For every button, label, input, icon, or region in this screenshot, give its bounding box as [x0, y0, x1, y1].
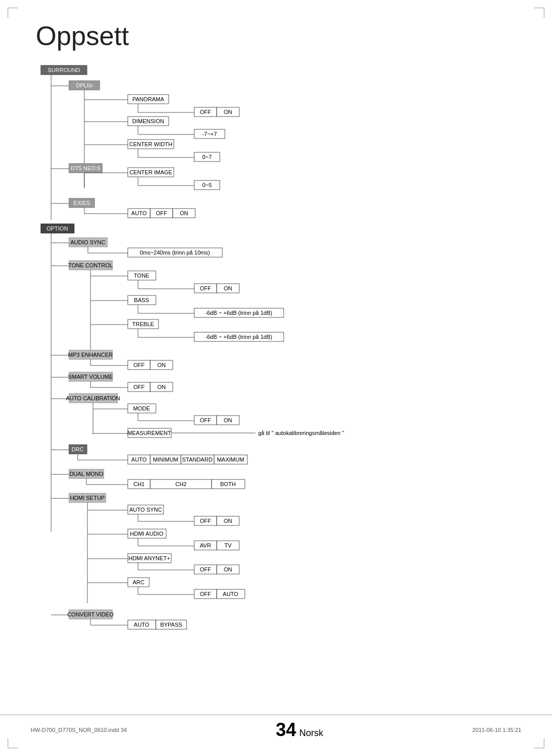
dpliix-label: DPLIIx	[76, 82, 93, 88]
center-width-range: 0~7	[202, 154, 212, 160]
dual-ch2: CH2	[175, 481, 187, 487]
anynet-off: OFF	[200, 566, 211, 572]
smart-volume-label: SMART VOLUME	[68, 374, 113, 380]
auto-calibration-label: AUTO CALIBRATION	[66, 395, 120, 401]
option-label: OPTION	[47, 225, 68, 232]
smart-vol-on: ON	[157, 384, 166, 390]
mode-off: OFF	[200, 417, 211, 423]
tone-label: TONE	[134, 272, 149, 279]
footer-date: 2011-06-10 1:35:21	[472, 727, 521, 733]
hdmi-tv: TV	[224, 542, 232, 548]
page-number-section: 34 Norsk	[276, 719, 324, 741]
convert-bypass: BYPASS	[160, 622, 182, 628]
page: Oppsett .lbl { font-family: Arial, sans-…	[0, 0, 552, 756]
bass-range: -6dB ~ +6dB (trinn på 1dB)	[205, 310, 272, 316]
dimension-label: DIMENSION	[132, 118, 164, 124]
exes-auto: AUTO	[131, 210, 147, 216]
footer: HW-D700_D770S_NOR_0610.indd 34 34 Norsk …	[0, 715, 552, 741]
page-title: Oppsett	[36, 20, 521, 51]
hdmi-setup-label: HDMI SETUP	[70, 495, 105, 501]
exes-label: EX/ES	[74, 200, 90, 206]
treble-label: TREBLE	[132, 321, 154, 327]
mp3-enhancer-label: MP3 ENHANCER	[68, 352, 112, 358]
hdmi-sync-off: OFF	[200, 518, 211, 524]
center-width-label: CENTER WIDTH	[129, 141, 172, 147]
drc-standard: STANDARD	[182, 456, 213, 463]
panorama-on: ON	[224, 109, 233, 115]
anynet-on: ON	[224, 566, 233, 572]
measurement-desc: gå til " autokalibreringsmålesiden "	[258, 430, 344, 436]
arc-label: ARC	[132, 579, 144, 585]
hdmi-avr: AVR	[200, 542, 211, 548]
corner-mark-tr	[534, 8, 544, 18]
exes-off: OFF	[156, 210, 167, 216]
dual-both: BOTH	[220, 481, 236, 487]
center-image-label: CENTER IMAGE	[129, 169, 172, 175]
audio-sync-label: AUDIO SYNC	[71, 239, 106, 245]
dts-neo-label: DTS NEO:6	[71, 165, 100, 171]
hdmi-sync-on: ON	[224, 518, 233, 524]
convert-auto: AUTO	[134, 622, 150, 628]
panorama-label: PANORAMA	[132, 96, 165, 102]
hdmi-audio-label: HDMI AUDIO	[130, 531, 164, 537]
page-label: Norsk	[300, 728, 324, 739]
corner-mark-tl	[8, 8, 18, 18]
panorama-off: OFF	[200, 109, 211, 115]
tone-off: OFF	[200, 285, 211, 291]
dual-ch1: CH1	[133, 481, 145, 487]
dual-mono-label: DUAL MONO	[70, 471, 104, 477]
tone-on: ON	[224, 285, 233, 291]
footer-file: HW-D700_D770S_NOR_0610.indd 34	[31, 727, 127, 733]
hdmi-auto-sync-label: AUTO SYNC	[129, 507, 162, 513]
diagram-svg: .lbl { font-family: Arial, sans-serif; f…	[36, 61, 526, 716]
drc-auto: AUTO	[131, 456, 147, 463]
mode-label: MODE	[133, 405, 150, 411]
exes-on: ON	[180, 210, 189, 216]
treble-range: -6dB ~ +6dB (trinn på 1dB)	[205, 334, 272, 340]
arc-auto: AUTO	[223, 591, 239, 597]
mode-on: ON	[224, 417, 233, 423]
mp3-on: ON	[157, 362, 166, 368]
dimension-range: -7~+7	[202, 131, 217, 137]
bass-label: BASS	[134, 297, 149, 303]
audio-sync-range: 0ms~240ms (trinn på 10ms)	[140, 249, 210, 256]
drc-minimum: MINIMUM	[153, 456, 178, 463]
measurement-label: MEASUREMENT	[127, 430, 171, 436]
tone-control-label: TONE CONTROL	[68, 262, 112, 268]
smart-vol-off: OFF	[133, 384, 145, 390]
surround-label: SURROUND	[48, 67, 80, 73]
arc-off: OFF	[200, 591, 211, 597]
page-number: 34	[276, 719, 296, 741]
drc-maximum: MAXIMUM	[217, 456, 244, 463]
mp3-off: OFF	[133, 362, 145, 368]
drc-label: DRC	[72, 446, 84, 452]
hdmi-anynet-label: HDMI ANYNET+	[128, 555, 170, 561]
center-image-range: 0~5	[202, 182, 212, 188]
convert-video-label: CONVERT VIDEO	[67, 611, 114, 617]
